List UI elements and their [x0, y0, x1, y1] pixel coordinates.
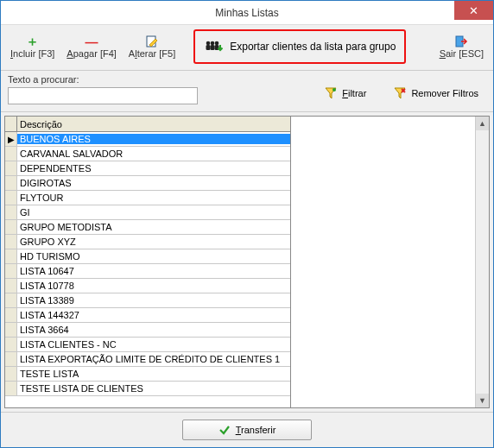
window: Minhas Listas ✕ ＋ Incluir [F3] — Apagar … — [0, 0, 494, 448]
row-indicator-header — [5, 117, 17, 131]
exit-icon — [454, 34, 468, 49]
toolbar: ＋ Incluir [F3] — Apagar [F4] Alterar [F5… — [1, 25, 493, 71]
row-indicator — [5, 235, 17, 249]
cell-descricao: HD TURISMO — [17, 251, 290, 262]
group-export-icon — [204, 39, 223, 54]
row-indicator — [5, 191, 17, 205]
row-indicator — [5, 264, 17, 278]
cell-descricao: FLYTOUR — [17, 192, 290, 203]
cell-descricao: GRUPO METODISTA — [17, 222, 290, 232]
row-indicator — [5, 147, 17, 161]
table-row[interactable]: LISTA 10647 — [5, 264, 290, 279]
cell-descricao: GRUPO XYZ — [17, 237, 290, 247]
window-title: Minhas Listas — [215, 7, 278, 19]
apagar-button[interactable]: — Apagar [F4] — [62, 28, 120, 65]
row-indicator — [5, 161, 17, 175]
cell-descricao: TESTE LISTA — [17, 369, 290, 379]
row-indicator: ▶ — [5, 132, 17, 146]
row-indicator — [5, 249, 17, 263]
column-header-descricao[interactable]: Descrição — [17, 119, 290, 129]
remover-filtros-button[interactable]: Remover Filtros — [386, 82, 486, 104]
table-row[interactable]: CARVANAL SALVADOR — [5, 147, 290, 161]
export-label: Exportar clientes da lista para grupo — [230, 41, 396, 53]
row-indicator — [5, 220, 17, 234]
table-row[interactable]: LISTA CLIENTES - NC — [5, 338, 290, 352]
scroll-down-icon[interactable]: ▼ — [476, 394, 489, 407]
scrollbar-vertical[interactable]: ▲ ▼ — [475, 117, 489, 407]
incluir-button[interactable]: ＋ Incluir [F3] — [6, 28, 59, 65]
svg-point-3 — [211, 41, 215, 46]
table-row[interactable]: DEPENDENTES — [5, 161, 290, 176]
remover-filtros-label: Remover Filtros — [411, 88, 478, 98]
row-indicator — [5, 176, 17, 190]
svg-rect-4 — [211, 45, 215, 50]
search-field-group: Texto a procurar: — [8, 74, 198, 104]
sair-button[interactable]: Sair [ESC] — [435, 28, 488, 65]
cell-descricao: LISTA CLIENTES - NC — [17, 339, 290, 350]
cell-descricao: CARVANAL SALVADOR — [17, 148, 290, 159]
scroll-up-icon[interactable]: ▲ — [476, 117, 489, 130]
table-row[interactable]: TESTE LISTA — [5, 367, 290, 382]
row-indicator — [5, 205, 17, 219]
funnel-remove-icon — [394, 87, 406, 99]
svg-point-1 — [206, 41, 211, 46]
detail-panel: ▲ ▼ — [291, 116, 490, 408]
table-row[interactable]: TESTE LISTA DE CLIENTES — [5, 382, 290, 396]
row-indicator — [5, 279, 17, 293]
svg-point-8 — [332, 88, 336, 91]
table-row[interactable]: DIGIROTAS — [5, 176, 290, 191]
svg-point-5 — [215, 41, 219, 46]
cell-descricao: LISTA 10778 — [17, 281, 290, 291]
cell-descricao: LISTA 13389 — [17, 295, 290, 306]
cell-descricao: LISTA 144327 — [17, 310, 290, 320]
edit-icon — [145, 34, 159, 49]
minus-icon: — — [86, 34, 98, 49]
cell-descricao: DEPENDENTES — [17, 163, 290, 174]
incluir-label: Incluir [F3] — [10, 49, 54, 60]
table-row[interactable]: LISTA 3664 — [5, 323, 290, 338]
search-input[interactable] — [8, 87, 198, 104]
row-indicator — [5, 293, 17, 307]
footer: Transferir — [1, 412, 493, 447]
search-label: Texto a procurar: — [8, 74, 198, 85]
plus-icon: ＋ — [26, 34, 39, 49]
table-row[interactable]: GRUPO METODISTA — [5, 220, 290, 235]
alterar-label: Alterar [F5] — [129, 49, 175, 60]
transferir-button[interactable]: Transferir — [182, 420, 312, 440]
close-button[interactable]: ✕ — [454, 1, 493, 20]
table-row[interactable]: FLYTOUR — [5, 191, 290, 205]
table-row[interactable]: LISTA 10778 — [5, 279, 290, 293]
table-row[interactable]: LISTA 13389 — [5, 293, 290, 308]
row-indicator — [5, 338, 17, 351]
row-indicator — [5, 308, 17, 322]
grid[interactable]: Descrição ▶BUENOS AIRESCARVANAL SALVADOR… — [4, 116, 291, 408]
alterar-button[interactable]: Alterar [F5] — [124, 28, 180, 65]
cell-descricao: DIGIROTAS — [17, 178, 290, 188]
cell-descricao: LISTA EXPORTAÇÃO LIMITE DE CRÉDITO DE CL… — [17, 354, 290, 364]
cell-descricao: LISTA 3664 — [17, 325, 290, 335]
cell-descricao: GI — [17, 207, 290, 218]
row-indicator — [5, 352, 17, 366]
titlebar: Minhas Listas ✕ — [1, 1, 493, 25]
close-icon: ✕ — [469, 4, 478, 17]
table-row[interactable]: GRUPO XYZ — [5, 235, 290, 249]
grid-header: Descrição — [5, 117, 290, 132]
row-indicator — [5, 323, 17, 337]
table-row[interactable]: HD TURISMO — [5, 249, 290, 264]
table-row[interactable]: GI — [5, 205, 290, 220]
cell-descricao: LISTA 10647 — [17, 266, 290, 276]
table-row[interactable]: LISTA EXPORTAÇÃO LIMITE DE CRÉDITO DE CL… — [5, 352, 290, 367]
row-indicator — [5, 382, 17, 395]
funnel-icon — [325, 87, 337, 99]
check-icon — [218, 424, 231, 436]
apagar-label: Apagar [F4] — [66, 49, 116, 60]
table-row[interactable]: ▶BUENOS AIRES — [5, 132, 290, 147]
body-area: Descrição ▶BUENOS AIRESCARVANAL SALVADOR… — [1, 112, 493, 412]
filtrar-button[interactable]: Filtrar — [317, 82, 374, 104]
row-indicator — [5, 367, 17, 381]
export-clients-button[interactable]: Exportar clientes da lista para grupo — [193, 29, 406, 64]
transferir-label: Transferir — [236, 425, 276, 435]
table-row[interactable]: LISTA 144327 — [5, 308, 290, 323]
search-row: Texto a procurar: Filtrar Remover Filtro… — [1, 71, 493, 112]
cell-descricao: TESTE LISTA DE CLIENTES — [17, 383, 290, 394]
